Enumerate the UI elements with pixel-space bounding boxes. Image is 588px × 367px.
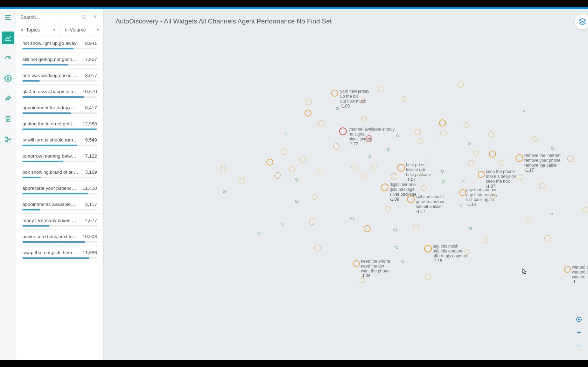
zoom-in-button[interactable]: + xyxy=(573,327,584,338)
nav-menu-button[interactable] xyxy=(2,11,14,24)
graph-node[interactable] xyxy=(488,131,494,137)
graph-node[interactable] xyxy=(361,116,367,122)
graph-node[interactable] xyxy=(295,178,298,181)
graph-node[interactable] xyxy=(309,219,315,225)
graph-node[interactable] xyxy=(468,143,471,145)
graph-canvas[interactable]: AutoDiscovery - All Widgets All Channels… xyxy=(104,9,588,360)
graph-node[interactable] xyxy=(473,151,478,157)
graph-node[interactable] xyxy=(415,129,421,135)
nav-tree-button[interactable] xyxy=(2,133,14,146)
topic-list[interactable]: not show,light up,go away8,941still not … xyxy=(16,36,103,360)
graph-node[interactable] xyxy=(223,190,226,193)
topic-item[interactable]: glad to assist,happy to assi...10,679 xyxy=(18,85,102,101)
graph-node[interactable] xyxy=(387,148,390,151)
graph-node[interactable] xyxy=(281,148,287,155)
graph-node[interactable] xyxy=(336,107,339,110)
graph-node[interactable] xyxy=(442,180,444,183)
graph-node[interactable] xyxy=(489,151,496,158)
nav-edit-chart-button[interactable] xyxy=(2,92,14,105)
topic-item[interactable]: one was working,one is fre...3,017 xyxy=(18,69,102,85)
graph-node[interactable] xyxy=(281,223,284,226)
graph-node-labeled[interactable] xyxy=(516,154,523,162)
graph-node[interactable] xyxy=(393,228,397,231)
nav-clipboard-button[interactable] xyxy=(2,113,14,125)
graph-node-labeled[interactable] xyxy=(478,171,485,178)
collapse-sidebar-button[interactable] xyxy=(91,13,99,22)
graph-node-labeled[interactable] xyxy=(424,245,432,252)
graph-node[interactable] xyxy=(396,246,398,249)
graph-node[interactable] xyxy=(401,96,406,102)
graph-node[interactable] xyxy=(439,119,446,126)
topic-item[interactable]: many t v's,many boxes,ma...4,677 xyxy=(18,214,102,230)
topic-item[interactable]: tomorrow morning betwee...7,122 xyxy=(18,150,102,165)
graph-node[interactable] xyxy=(350,217,354,220)
graph-node-labeled[interactable] xyxy=(459,189,466,196)
graph-node[interactable] xyxy=(318,167,323,172)
graph-node[interactable] xyxy=(464,122,469,128)
graph-node[interactable] xyxy=(518,174,523,180)
topic-item[interactable]: not show,light up,go away8,941 xyxy=(18,37,102,53)
layers-button[interactable] xyxy=(575,14,588,29)
graph-node[interactable] xyxy=(460,204,462,207)
topic-item[interactable]: tv will turn,tv should turn,c...9,549 xyxy=(18,134,102,149)
nav-graph-button[interactable] xyxy=(2,32,14,44)
nav-settings-button[interactable] xyxy=(2,72,14,85)
graph-node[interactable] xyxy=(583,207,588,213)
graph-node[interactable] xyxy=(266,159,273,166)
graph-node[interactable] xyxy=(441,170,444,173)
graph-node[interactable] xyxy=(220,166,226,172)
filter-volume-dropdown[interactable]: ▲▼ Volume ▾ xyxy=(60,23,103,36)
recenter-button[interactable] xyxy=(573,314,584,325)
topic-item[interactable]: still not getting,not gonna ...7,907 xyxy=(18,53,102,69)
graph-node[interactable] xyxy=(299,157,306,163)
graph-node[interactable] xyxy=(306,99,312,105)
graph-node[interactable] xyxy=(274,172,281,179)
graph-node[interactable] xyxy=(378,86,384,92)
graph-node[interactable] xyxy=(413,224,419,229)
graph-node[interactable] xyxy=(318,120,324,126)
graph-node[interactable] xyxy=(312,194,317,200)
graph-node-labeled[interactable] xyxy=(339,127,347,135)
graph-node[interactable] xyxy=(523,110,525,112)
graph-node[interactable] xyxy=(314,245,321,251)
topic-item[interactable]: appointments available,so...3,117 xyxy=(18,198,102,214)
graph-node[interactable] xyxy=(371,165,377,170)
topic-item[interactable]: getting the internet,getting...12,968 xyxy=(18,118,102,133)
nav-gauge-button[interactable] xyxy=(2,52,14,64)
graph-node[interactable] xyxy=(295,200,298,203)
graph-node[interactable] xyxy=(462,180,464,182)
filter-topics-dropdown[interactable]: ▲▼ Topics ▾ xyxy=(16,23,60,36)
graph-node[interactable] xyxy=(369,155,371,158)
graph-node[interactable] xyxy=(285,132,287,134)
topic-item[interactable]: appointment for today,app...8,417 xyxy=(18,102,102,117)
graph-node[interactable] xyxy=(396,134,399,137)
graph-node-labeled[interactable] xyxy=(407,195,415,203)
graph-node[interactable] xyxy=(544,235,551,241)
graph-node[interactable] xyxy=(385,206,391,212)
graph-node[interactable] xyxy=(532,136,538,142)
graph-node[interactable] xyxy=(457,82,464,88)
topic-item[interactable]: box showing,brand of telev...3,169 xyxy=(18,166,102,181)
zoom-out-button[interactable]: − xyxy=(573,340,584,352)
graph-node[interactable] xyxy=(289,166,295,172)
topic-item[interactable]: appreciate your patience,u...11,410 xyxy=(18,182,102,198)
graph-node[interactable] xyxy=(567,155,574,162)
graph-node[interactable] xyxy=(539,183,545,189)
graph-node[interactable] xyxy=(468,160,474,166)
graph-node[interactable] xyxy=(551,147,554,150)
graph-node[interactable] xyxy=(499,160,504,166)
search-input[interactable] xyxy=(20,14,88,20)
graph-node[interactable] xyxy=(421,185,427,191)
graph-node[interactable] xyxy=(304,110,312,117)
graph-node[interactable] xyxy=(483,237,488,243)
graph-node[interactable] xyxy=(418,138,423,144)
graph-node[interactable] xyxy=(469,227,472,230)
graph-node[interactable] xyxy=(239,178,245,184)
topic-item[interactable]: swap that out,pick them u...11,686 xyxy=(18,247,102,262)
graph-node-labeled[interactable] xyxy=(564,266,571,273)
graph-node-labeled[interactable] xyxy=(331,90,338,97)
graph-node[interactable] xyxy=(391,173,397,180)
graph-node-labeled[interactable] xyxy=(397,164,405,172)
graph-node[interactable] xyxy=(258,232,260,235)
graph-node[interactable] xyxy=(440,130,447,136)
